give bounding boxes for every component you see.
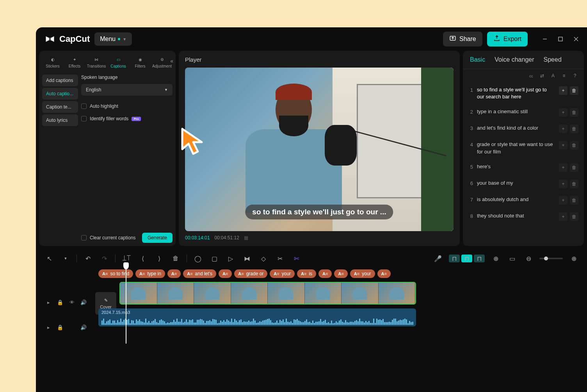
caption-pill[interactable]: A≡your [350, 269, 375, 278]
segment-row[interactable]: 2type in a cinematic still+🗑 [468, 104, 578, 121]
grid-icon[interactable]: ▦ [244, 235, 248, 241]
list-icon[interactable]: ≡ [560, 72, 567, 79]
align-icon[interactable]: ⊕ [490, 253, 501, 264]
redo-icon[interactable]: ↷ [99, 253, 110, 264]
share-button[interactable]: Share [443, 32, 482, 46]
trim-right-icon[interactable]: ⟩ [154, 253, 165, 264]
segment-row[interactable]: 8they should note that+🗑 [468, 208, 578, 225]
help-icon[interactable]: ? [571, 72, 578, 79]
playhead[interactable] [126, 265, 126, 344]
pro-scissors-icon[interactable]: ✄ [291, 253, 302, 264]
close-button[interactable] [573, 36, 579, 42]
caption-pill[interactable]: A≡ [219, 269, 232, 278]
export-button[interactable]: Export [487, 32, 528, 46]
preview-icon[interactable]: ▭ [507, 253, 518, 264]
magnet-1[interactable]: ⊓ [449, 255, 460, 262]
add-segment-icon[interactable]: + [559, 108, 567, 117]
dropdown-icon[interactable]: ▼ [60, 253, 71, 264]
zoom-out-icon[interactable]: ⊖ [523, 253, 534, 264]
segment-row[interactable]: 6your base of my+🗑 [468, 176, 578, 192]
generate-button[interactable]: Generate [142, 233, 173, 243]
translate-icon[interactable]: ⇄ [539, 72, 546, 79]
tool-tab-effects[interactable]: ✦Effects [64, 54, 85, 70]
add-segment-icon[interactable]: + [559, 125, 567, 133]
track-mute-icon[interactable]: 🔊 [79, 298, 88, 307]
shield-icon[interactable]: ◯ [192, 253, 203, 264]
add-segment-icon[interactable]: + [559, 86, 567, 95]
segment-row[interactable]: 3and let's find kind of a color+🗑 [468, 121, 578, 137]
audio-track[interactable]: 2024.7.15.mp3 [98, 308, 416, 326]
add-segment-icon[interactable]: + [559, 180, 567, 188]
segment-row[interactable]: 7is absolutely dutch and+🗑 [468, 192, 578, 208]
add-segment-icon[interactable]: + [559, 196, 567, 205]
caption-pill[interactable]: A≡is [297, 269, 316, 278]
video-track[interactable] [119, 282, 416, 305]
sort-icon[interactable]: A [550, 72, 557, 79]
rotate-icon[interactable]: ◇ [258, 253, 269, 264]
delete-icon[interactable]: 🗑 [170, 253, 181, 264]
identify-filler-checkbox[interactable] [81, 116, 87, 121]
add-segment-icon[interactable]: + [559, 141, 567, 150]
caption-type-item[interactable]: Auto captio... [42, 88, 78, 100]
track-lock-icon[interactable]: 🔒 [55, 298, 65, 307]
crop-icon[interactable]: ✂ [274, 253, 285, 264]
caption-type-item[interactable]: Auto lyrics [42, 114, 78, 126]
add-segment-icon[interactable]: + [559, 163, 567, 172]
caption-pill[interactable]: A≡ [334, 269, 347, 278]
caption-pill[interactable]: A≡ [377, 269, 391, 278]
tab-speed[interactable]: Speed [544, 56, 562, 63]
track-audio-lock-icon[interactable]: 🔒 [55, 323, 65, 332]
zoom-slider[interactable] [539, 258, 563, 259]
magnet-3[interactable]: ⊓ [474, 255, 485, 262]
language-select[interactable]: English ▼ [81, 84, 173, 96]
clear-captions-checkbox[interactable] [81, 235, 87, 241]
pointer-tool-icon[interactable]: ↖ [44, 253, 55, 264]
zoom-in-icon[interactable]: ⊕ [568, 253, 579, 264]
tool-tab-transitions[interactable]: ⋈Transitions [86, 54, 107, 70]
delete-segment-icon[interactable]: 🗑 [570, 86, 578, 95]
tab-voice-changer[interactable]: Voice changer [495, 56, 534, 63]
maximize-button[interactable] [557, 36, 564, 42]
magnet-2[interactable]: ⊓ [461, 255, 472, 262]
delete-segment-icon[interactable]: 🗑 [570, 108, 578, 117]
undo-icon[interactable]: ↶ [82, 253, 93, 264]
player-viewport[interactable]: so to find a style we'll just go to our … [185, 68, 454, 231]
caption-type-item[interactable]: Add captions [42, 75, 78, 86]
trim-left-icon[interactable]: ⟨ [137, 253, 148, 264]
tab-basic[interactable]: Basic [470, 56, 485, 63]
caption-pill[interactable]: A≡ [167, 269, 181, 278]
mic-icon[interactable]: 🎤 [432, 253, 443, 264]
track-audio-icon[interactable]: ▸ [44, 323, 53, 332]
tool-tab-filters[interactable]: ◉Filters [130, 54, 151, 70]
play-circle-icon[interactable]: ▷ [225, 253, 236, 264]
caption-pill[interactable]: A≡so to find [98, 269, 133, 278]
track-video-icon[interactable]: ▸ [44, 298, 53, 307]
delete-segment-icon[interactable]: 🗑 [570, 212, 578, 221]
delete-segment-icon[interactable]: 🗑 [570, 196, 578, 205]
caption-pill[interactable]: A≡ [318, 269, 332, 278]
collapse-panel-icon[interactable]: « [170, 58, 173, 64]
delete-segment-icon[interactable]: 🗑 [570, 180, 578, 188]
delete-segment-icon[interactable]: 🗑 [570, 125, 578, 133]
tool-tab-captions[interactable]: ▭Captions [108, 54, 129, 70]
menu-button[interactable]: Menu ▼ [94, 32, 132, 46]
segment-row[interactable]: 4grade or style that we want to use for … [468, 137, 578, 159]
minimize-button[interactable] [542, 36, 548, 42]
track-audio-mute-icon[interactable]: 🔊 [79, 323, 88, 332]
caption-pill[interactable]: A≡grade or [234, 269, 267, 278]
frame-icon[interactable]: ▢ [209, 253, 220, 264]
delete-segment-icon[interactable]: 🗑 [570, 163, 578, 172]
tool-tab-stickers[interactable]: ◐Stickers [42, 54, 63, 70]
caption-type-item[interactable]: Caption te... [42, 101, 78, 113]
mirror-icon[interactable]: ⧓ [242, 253, 253, 264]
caption-pill[interactable]: A≡your [270, 269, 295, 278]
segment-row[interactable]: 1so to find a style we'll just go to our… [468, 82, 578, 104]
segment-row[interactable]: 5here's+🗑 [468, 159, 578, 176]
delete-segment-icon[interactable]: 🗑 [570, 141, 578, 150]
track-eye-icon[interactable]: 👁 [67, 298, 76, 307]
tool-tab-adjustment[interactable]: ⚙Adjustment [151, 54, 173, 70]
add-segment-icon[interactable]: + [559, 212, 567, 221]
auto-highlight-checkbox[interactable] [81, 103, 87, 109]
caption-pill[interactable]: A≡type in [135, 269, 165, 278]
cc-icon[interactable]: ㏄ [528, 72, 535, 79]
